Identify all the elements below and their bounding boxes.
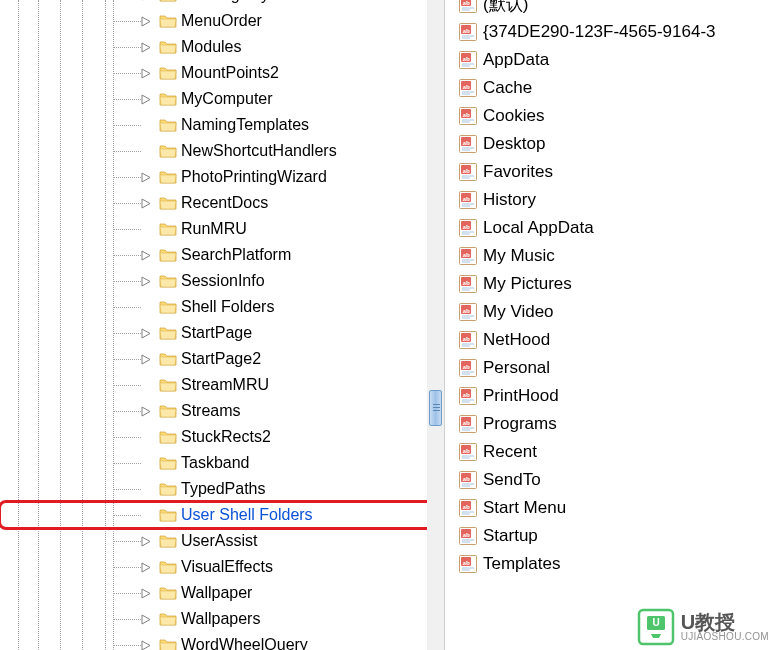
- value-item[interactable]: Start Menu: [459, 494, 773, 522]
- expand-icon[interactable]: [141, 640, 152, 650]
- tree-item-label: SearchPlatform: [181, 246, 291, 264]
- value-item[interactable]: Programs: [459, 410, 773, 438]
- value-item[interactable]: My Music: [459, 242, 773, 270]
- tree-item[interactable]: StartPage2: [0, 346, 444, 372]
- value-name-label: Favorites: [483, 162, 553, 182]
- values-pane[interactable]: (默认){374DE290-123F-4565-9164-3AppDataCac…: [445, 0, 773, 638]
- string-value-icon: [459, 135, 477, 153]
- tree-connector: [113, 567, 141, 568]
- folder-icon: [159, 481, 177, 497]
- value-item[interactable]: Cookies: [459, 102, 773, 130]
- tree-item[interactable]: SearchPlatform: [0, 242, 444, 268]
- tree-item[interactable]: MenuOrder: [0, 8, 444, 34]
- tree-item-label: Modules: [181, 38, 241, 56]
- value-item[interactable]: Cache: [459, 74, 773, 102]
- value-item[interactable]: SendTo: [459, 466, 773, 494]
- string-value-icon: [459, 471, 477, 489]
- folder-icon: [159, 585, 177, 601]
- tree-connector: [113, 47, 141, 48]
- folder-icon: [159, 559, 177, 575]
- folder-icon: [159, 273, 177, 289]
- tree-item[interactable]: Taskband: [0, 450, 444, 476]
- tree-connector: [113, 541, 141, 542]
- tree-item[interactable]: MountPoints2: [0, 60, 444, 86]
- value-item[interactable]: Templates: [459, 550, 773, 578]
- tree-item[interactable]: Shell Folders: [0, 294, 444, 320]
- expand-icon[interactable]: [141, 536, 152, 547]
- scrollbar-thumb[interactable]: [429, 390, 442, 426]
- expand-icon[interactable]: [141, 328, 152, 339]
- expand-icon[interactable]: [141, 406, 152, 417]
- tree-item[interactable]: StreamMRU: [0, 372, 444, 398]
- value-item[interactable]: Desktop: [459, 130, 773, 158]
- string-value-icon: [459, 219, 477, 237]
- value-item[interactable]: PrintHood: [459, 382, 773, 410]
- folder-icon: [159, 325, 177, 341]
- tree-item[interactable]: WordWheelQuery: [0, 632, 444, 650]
- folder-icon: [159, 611, 177, 627]
- tree-item[interactable]: Streams: [0, 398, 444, 424]
- expand-icon[interactable]: [141, 172, 152, 183]
- tree-item-label: User Shell Folders: [181, 506, 313, 524]
- tree-item[interactable]: Modules: [0, 34, 444, 60]
- folder-icon: [159, 247, 177, 263]
- tree-item[interactable]: Wallpaper: [0, 580, 444, 606]
- expand-icon[interactable]: [141, 16, 152, 27]
- tree-item[interactable]: StuckRects2: [0, 424, 444, 450]
- value-item[interactable]: (默认): [459, 0, 773, 18]
- value-item[interactable]: Favorites: [459, 158, 773, 186]
- tree-connector: [113, 151, 141, 152]
- tree-item-label: WordWheelQuery: [181, 636, 308, 650]
- value-name-label: Programs: [483, 414, 557, 434]
- expand-icon[interactable]: [141, 0, 152, 1]
- expand-icon[interactable]: [141, 354, 152, 365]
- string-value-icon: [459, 79, 477, 97]
- tree-connector: [113, 385, 141, 386]
- tree-item[interactable]: User Shell Folders: [0, 502, 444, 528]
- value-item[interactable]: My Video: [459, 298, 773, 326]
- registry-tree[interactable]: LowRegistryMenuOrderModulesMountPoints2M…: [0, 0, 444, 650]
- tree-item[interactable]: RecentDocs: [0, 190, 444, 216]
- expand-icon[interactable]: [141, 588, 152, 599]
- string-value-icon: [459, 247, 477, 265]
- expand-icon[interactable]: [141, 42, 152, 53]
- value-name-label: (默认): [483, 0, 528, 16]
- value-item[interactable]: Personal: [459, 354, 773, 382]
- tree-item[interactable]: SessionInfo: [0, 268, 444, 294]
- tree-item[interactable]: TypedPaths: [0, 476, 444, 502]
- tree-item-label: LowRegistry: [181, 0, 269, 4]
- value-item[interactable]: My Pictures: [459, 270, 773, 298]
- value-item[interactable]: Startup: [459, 522, 773, 550]
- value-item[interactable]: NetHood: [459, 326, 773, 354]
- value-item[interactable]: History: [459, 186, 773, 214]
- tree-item[interactable]: Wallpapers: [0, 606, 444, 632]
- value-item[interactable]: Local AppData: [459, 214, 773, 242]
- value-name-label: Startup: [483, 526, 538, 546]
- value-item[interactable]: Recent: [459, 438, 773, 466]
- value-name-label: Personal: [483, 358, 550, 378]
- tree-connector: [113, 99, 141, 100]
- tree-item[interactable]: PhotoPrintingWizard: [0, 164, 444, 190]
- expand-icon[interactable]: [141, 614, 152, 625]
- expand-icon[interactable]: [141, 68, 152, 79]
- tree-item[interactable]: VisualEffects: [0, 554, 444, 580]
- expand-icon[interactable]: [141, 562, 152, 573]
- tree-item[interactable]: MyComputer: [0, 86, 444, 112]
- tree-item-label: MenuOrder: [181, 12, 262, 30]
- expand-icon[interactable]: [141, 94, 152, 105]
- expand-icon[interactable]: [141, 276, 152, 287]
- expand-icon[interactable]: [141, 250, 152, 261]
- tree-connector: [113, 593, 141, 594]
- tree-item[interactable]: NewShortcutHandlers: [0, 138, 444, 164]
- tree-scrollbar[interactable]: [427, 0, 444, 650]
- tree-item[interactable]: NamingTemplates: [0, 112, 444, 138]
- value-item[interactable]: {374DE290-123F-4565-9164-3: [459, 18, 773, 46]
- tree-item[interactable]: UserAssist: [0, 528, 444, 554]
- value-name-label: PrintHood: [483, 386, 559, 406]
- value-item[interactable]: AppData: [459, 46, 773, 74]
- value-name-label: My Video: [483, 302, 554, 322]
- tree-item[interactable]: StartPage: [0, 320, 444, 346]
- tree-item[interactable]: LowRegistry: [0, 0, 444, 8]
- tree-item[interactable]: RunMRU: [0, 216, 444, 242]
- expand-icon[interactable]: [141, 198, 152, 209]
